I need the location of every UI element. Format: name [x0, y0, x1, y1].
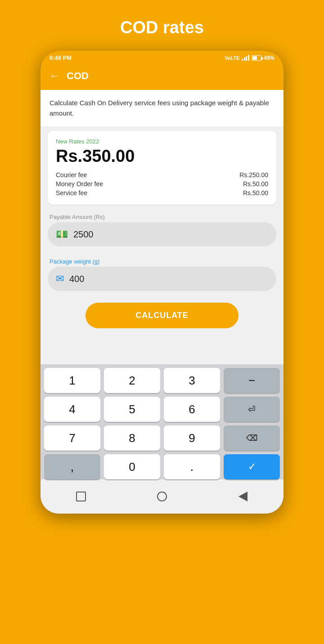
key-comma[interactable]: ,: [44, 454, 100, 479]
key-8[interactable]: 8: [104, 425, 160, 451]
keyboard: 1 2 3 − 4 5 6 ⏎ 7 8 9 ⌫ , 0: [40, 364, 284, 479]
package-weight-input-wrapper[interactable]: ✉ 400: [48, 267, 276, 291]
payable-amount-label: Payable Amount (Rs): [48, 214, 276, 220]
keyboard-row-4: , 0 . ✓: [44, 454, 280, 479]
signal-icon: [242, 55, 249, 61]
keyboard-row-3: 7 8 9 ⌫: [44, 425, 280, 451]
description-text: Calculate Cash On Delivery service fees …: [40, 90, 284, 126]
key-minus[interactable]: −: [224, 368, 280, 393]
status-right: VoLTE 49%: [225, 55, 274, 61]
back-icon: [238, 492, 248, 501]
money-order-fee-label: Money Order fee: [56, 180, 103, 188]
courier-fee-row: Courier fee Rs.250.00: [56, 170, 268, 179]
back-button[interactable]: ←: [50, 70, 59, 82]
key-9[interactable]: 9: [164, 425, 220, 451]
courier-fee-label: Courier fee: [56, 171, 87, 179]
status-bar: 6:48 PM VoLTE 49%: [40, 51, 284, 64]
result-card: New Rates 2022 Rs.350.00 Courier fee Rs.…: [48, 131, 276, 205]
package-weight-value: 400: [69, 274, 84, 284]
empty-space: [40, 337, 284, 364]
app-bar-title: COD: [67, 70, 89, 82]
key-3[interactable]: 3: [164, 368, 220, 393]
page-title: COD rates: [120, 18, 204, 37]
page-title-area: COD rates: [120, 0, 204, 51]
payable-amount-value: 2500: [73, 229, 94, 240]
money-icon: 💵: [56, 228, 68, 240]
key-dot[interactable]: .: [164, 454, 220, 479]
service-fee-value: Rs.50.00: [243, 189, 268, 197]
nav-home-button[interactable]: [154, 488, 170, 505]
service-fee-label: Service fee: [56, 189, 87, 197]
battery-percent: 49%: [264, 55, 274, 61]
nav-recents-button[interactable]: [73, 488, 89, 505]
money-order-fee-row: Money Order fee Rs.50.00: [56, 179, 268, 188]
app-bar: ← COD: [40, 64, 284, 90]
payable-amount-section: Payable Amount (Rs) 💵 2500: [40, 209, 284, 254]
battery-icon: [252, 55, 261, 61]
key-4[interactable]: 4: [44, 397, 100, 422]
main-content: Calculate Cash On Delivery service fees …: [40, 90, 284, 514]
package-weight-label: Package weight (g): [48, 258, 276, 265]
payable-amount-input-wrapper[interactable]: 💵 2500: [48, 222, 276, 246]
key-0[interactable]: 0: [104, 454, 160, 479]
bottom-nav: [40, 483, 284, 514]
calculate-btn-area: CALCULATE: [40, 298, 284, 337]
service-fee-row: Service fee Rs.50.00: [56, 188, 268, 197]
vo-lte-icon: VoLTE: [225, 55, 239, 61]
key-confirm[interactable]: ✓: [224, 454, 280, 479]
key-5[interactable]: 5: [104, 397, 160, 422]
package-weight-section: Package weight (g) ✉ 400: [40, 254, 284, 298]
home-icon: [157, 492, 167, 501]
courier-fee-value: Rs.250.00: [239, 171, 268, 179]
calculate-button[interactable]: CALCULATE: [86, 303, 238, 328]
key-delete[interactable]: ⌫: [224, 425, 280, 451]
keyboard-row-1: 1 2 3 −: [44, 368, 280, 393]
phone-shell: 6:48 PM VoLTE 49% ← COD Calculate Cash O…: [40, 51, 284, 514]
money-order-fee-value: Rs.50.00: [243, 180, 268, 188]
recents-icon: [76, 492, 86, 501]
key-tab[interactable]: ⏎: [224, 397, 280, 422]
nav-back-button[interactable]: [235, 488, 251, 505]
keyboard-row-2: 4 5 6 ⏎: [44, 397, 280, 422]
status-time: 6:48 PM: [50, 54, 72, 61]
key-1[interactable]: 1: [44, 368, 100, 393]
total-amount: Rs.350.00: [56, 147, 268, 166]
key-2[interactable]: 2: [104, 368, 160, 393]
new-rates-label: New Rates 2022: [56, 138, 268, 145]
key-6[interactable]: 6: [164, 397, 220, 422]
envelope-icon: ✉: [56, 273, 64, 285]
key-7[interactable]: 7: [44, 425, 100, 451]
